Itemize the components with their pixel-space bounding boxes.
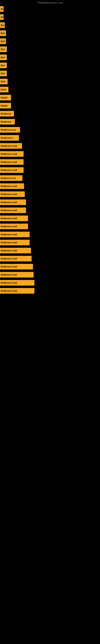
bar-8: Bott [0, 71, 7, 76]
bar-30: Bottleneck result [0, 248, 31, 253]
bar-label-23: Bottleneck result [1, 193, 17, 196]
bar-row: Bottleneck result [0, 190, 100, 198]
bar-row: Bottleneck result [0, 230, 100, 238]
bar-label-0: Bo [1, 8, 3, 10]
bar-32: Bottleneck result [0, 264, 33, 270]
bar-26: Bottleneck result [0, 216, 28, 221]
bar-label-20: Bottleneck result [1, 169, 17, 171]
bar-label-7: Bott [1, 64, 5, 66]
bar-row: Bottleneck result [0, 206, 100, 214]
bar-label-35: Bottleneck result [1, 290, 17, 292]
bar-label-30: Bottleneck result [1, 250, 17, 252]
bar-label-29: Bottleneck result [1, 242, 17, 244]
bar-31: Bottleneck result [0, 256, 32, 262]
bar-6: Bott [0, 54, 7, 60]
bar-label-6: Bott [1, 56, 5, 58]
bar-row: Bottleneck result [0, 158, 100, 166]
bar-label-21: Bottleneck resu [1, 177, 16, 179]
bar-label-9: Bottl [1, 80, 5, 83]
bar-9: Bottl [0, 79, 8, 84]
bar-label-18: Bottleneck result [1, 153, 17, 155]
bar-33: Bottleneck result [0, 272, 34, 278]
bar-label-32: Bottleneck result [1, 266, 17, 268]
bar-25: Bottleneck result [0, 208, 26, 213]
bar-label-5: Bott [1, 48, 5, 50]
bar-18: Bottleneck result [0, 151, 24, 157]
bar-row: Bot [0, 21, 100, 29]
bar-row: Bottleneck result [0, 287, 100, 295]
bar-row: Bott [0, 29, 100, 37]
bar-0: Bo [0, 6, 3, 12]
bar-23: Bottleneck result [0, 192, 25, 197]
bar-row: Bottle [0, 86, 100, 94]
bar-row: Bottleneck result [0, 238, 100, 246]
bar-label-16: Bottleneck re [1, 137, 13, 139]
bar-28: Bottleneck result [0, 232, 30, 237]
bar-row: Bottleneck result [0, 166, 100, 174]
bar-row: Bottleneck result [0, 198, 100, 206]
bar-row: Bottleneck resu [0, 126, 100, 134]
bar-5: Bott [0, 46, 7, 52]
bar-label-19: Bottleneck result [1, 161, 17, 163]
bar-label-25: Bottleneck result [1, 209, 17, 212]
bar-21: Bottleneck resu [0, 175, 22, 181]
bar-16: Bottleneck re [0, 135, 19, 141]
bar-24: Bottleneck result [0, 200, 26, 205]
bar-label-14: Bottleneck [1, 121, 11, 123]
bar-row: Bott [0, 45, 100, 53]
bar-4: Bott [0, 38, 6, 44]
bar-row: Bottleneck result [0, 254, 100, 263]
bar-row: Bottleneck [0, 118, 100, 126]
bar-label-15: Bottleneck resu [1, 129, 16, 131]
bar-row: Bo [0, 13, 100, 21]
bar-row: Bottleneck result [0, 182, 100, 190]
bar-29: Bottleneck result [0, 240, 30, 245]
bar-10: Bottle [0, 87, 8, 92]
bar-13: Bottleneck [0, 111, 14, 116]
bar-row: Bott [0, 53, 100, 62]
bar-label-33: Bottleneck result [1, 274, 17, 276]
bar-label-28: Bottleneck result [1, 234, 17, 236]
bar-label-27: Bottleneck result [1, 226, 17, 228]
bar-label-10: Bottle [1, 88, 6, 91]
bar-row: Bottleneck re [0, 134, 100, 142]
bar-label-1: Bo [1, 16, 3, 18]
site-title: TheBottlenecker.com [0, 0, 100, 5]
bar-label-4: Bott [1, 40, 5, 42]
bar-row: Bottleneck resu [0, 174, 100, 182]
bar-label-31: Bottleneck result [1, 258, 17, 260]
bar-label-3: Bott [1, 32, 5, 34]
bar-11: Bottlen [0, 95, 11, 100]
bar-row: Bott [0, 70, 100, 78]
bar-label-22: Bottleneck result [1, 185, 17, 187]
bar-row: Bott [0, 62, 100, 70]
bar-15: Bottleneck resu [0, 127, 20, 132]
bar-label-34: Bottleneck result [1, 282, 17, 284]
bar-22: Bottleneck result [0, 183, 24, 189]
bar-row: Bottleneck result [0, 246, 100, 254]
bar-19: Bottleneck result [0, 159, 24, 165]
bar-row: Bott [0, 37, 100, 45]
bar-row: Bottleneck result [0, 150, 100, 158]
bar-row: Bottleneck result [0, 263, 100, 271]
bar-label-2: Bot [1, 24, 4, 26]
bar-12: Bottlen [0, 103, 11, 108]
bar-34: Bottleneck result [0, 280, 34, 286]
bar-17: Bottleneck result [0, 143, 22, 149]
bar-label-26: Bottleneck result [1, 217, 17, 220]
bar-14: Bottleneck [0, 119, 15, 124]
bar-1: Bo [0, 14, 3, 20]
bar-3: Bott [0, 30, 6, 36]
bar-20: Bottleneck result [0, 167, 24, 173]
bar-label-24: Bottleneck result [1, 201, 17, 204]
bar-row: Bo [0, 5, 100, 13]
bar-row: Bottleneck result [0, 214, 100, 222]
bar-7: Bott [0, 62, 7, 68]
bar-2: Bot [0, 22, 5, 28]
bar-label-8: Bott [1, 72, 5, 75]
bar-row: Bottleneck result [0, 222, 100, 230]
bar-row: Bottleneck result [0, 142, 100, 150]
bar-label-17: Bottleneck result [1, 145, 17, 147]
bar-row: Bottleneck result [0, 271, 100, 279]
bar-label-11: Bottlen [1, 96, 8, 99]
